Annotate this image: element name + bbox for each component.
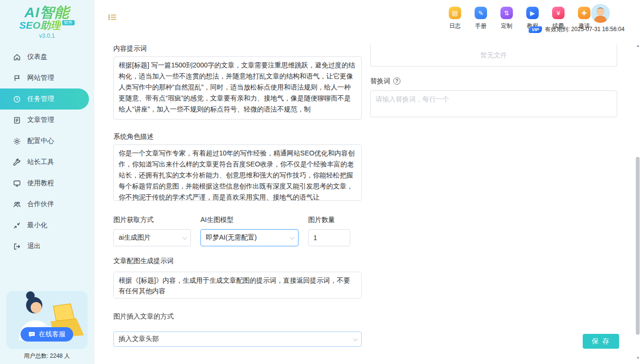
sidebar-item-dashboard[interactable]: 仪表盘: [0, 46, 94, 67]
form-right-column: 暂无文件 替换词 ?: [370, 44, 617, 364]
sidebar-item-label: 文章管理: [27, 116, 54, 124]
people-icon: [13, 200, 21, 209]
clock-icon: [13, 95, 21, 103]
sidebar-item-logout[interactable]: 退出: [0, 236, 94, 257]
wrench-icon: [13, 158, 21, 166]
ai-model-label: AI生图模型: [200, 216, 299, 223]
monitor-icon: [13, 179, 21, 188]
image-count-label: 图片数量: [308, 216, 350, 223]
replace-words-textarea[interactable]: [370, 90, 617, 117]
sidebar-item-tasks[interactable]: 任务管理: [0, 88, 89, 110]
no-file-text: 暂无文件: [480, 51, 507, 60]
user-block: VIP 有效期到: 2025-07-31 16:56:04: [521, 4, 632, 33]
chat-bubble-icon: [28, 331, 35, 338]
save-button[interactable]: 保 存: [583, 334, 619, 349]
main-area: ▤ 日志 ✎ 手册 ⇅ 定制 ▶ 教程 ¥ 续费: [94, 0, 643, 364]
logout-icon: [13, 243, 21, 251]
scrollbar-thumb[interactable]: [636, 157, 640, 335]
replace-words-label: 替换词: [370, 77, 390, 85]
content-prompt-textarea[interactable]: 根据[标题] 写一篇1500到2000字的文章，文章需要注重思维跳跃，避免过度的…: [113, 56, 362, 120]
sidebar-bottom: 在线客服 用户总数: 2248 人: [0, 287, 94, 364]
sidebar-item-label: 站长工具: [27, 158, 54, 166]
shortcut-label: 定制: [501, 22, 512, 30]
minimize-icon: [13, 221, 21, 230]
logo-title: AI智能: [0, 5, 94, 20]
sidebar-item-label: 任务管理: [27, 95, 54, 103]
content-prompt-label: 内容提示词: [113, 44, 362, 52]
form-left-column: 内容提示词 根据[标题] 写一篇1500到2000字的文章，文章需要注重思维跳跃…: [113, 44, 362, 364]
chevron-down-icon: [182, 235, 187, 240]
topbar: ▤ 日志 ✎ 手册 ⇅ 定制 ▶ 教程 ¥ 续费: [94, 0, 643, 42]
sidebar-item-articles[interactable]: 文章管理: [0, 110, 94, 131]
sliders-icon: ⇅: [500, 7, 513, 19]
dashboard-icon: [13, 53, 21, 61]
sidebar-item-config[interactable]: 配置中心: [0, 131, 94, 152]
replace-words-label-row: 替换词 ?: [370, 77, 617, 85]
image-method-value: ai生成图片: [119, 233, 151, 242]
logo-subtitle: SEO助理: [19, 20, 60, 31]
online-customer-service-button[interactable]: 在线客服: [21, 327, 73, 342]
sidebar-item-label: 网站管理: [27, 74, 54, 82]
ai-model-field: AI生图模型 即梦AI(无需配置): [200, 216, 299, 246]
sidebar-item-tutorial[interactable]: 使用教程: [0, 173, 94, 194]
collapse-sidebar-icon[interactable]: [108, 13, 117, 22]
shortcut-manual[interactable]: ✎ 手册: [475, 7, 487, 30]
sidebar-item-webmaster-tools[interactable]: 站长工具: [0, 152, 94, 173]
help-icon[interactable]: ?: [393, 77, 400, 85]
image-method-label: 图片获取方式: [113, 216, 191, 223]
ai-model-select[interactable]: 即梦AI(无需配置): [200, 229, 299, 246]
insert-method-label: 图片插入文章的方式: [113, 312, 362, 320]
image-prompt-label: 文章配图生成提示词: [113, 257, 362, 265]
flag-icon: [13, 74, 21, 82]
document-icon: [13, 116, 21, 124]
sidebar-item-label: 合作伙伴: [27, 200, 54, 209]
customer-service-label: 在线客服: [39, 330, 66, 339]
log-icon: ▤: [449, 7, 461, 19]
scroll-up-icon[interactable]: ▲: [635, 43, 641, 49]
image-method-select[interactable]: ai生成图片: [113, 229, 191, 246]
sidebar-item-partners[interactable]: 合作伙伴: [0, 194, 94, 215]
total-user-count: 用户总数: 2248 人: [0, 352, 94, 360]
license-expiry: VIP 有效期到: 2025-07-31 16:56:04: [529, 25, 625, 33]
ai-model-value: 即梦AI(无需配置): [206, 233, 257, 242]
shortcut-label: 日志: [449, 22, 461, 30]
sidebar-item-label: 配置中心: [27, 137, 54, 145]
gear-icon: [13, 137, 21, 145]
chevron-down-icon: [290, 235, 295, 240]
app-logo: AI智能 SEO助理软件 v3.0.1: [0, 0, 94, 39]
image-count-field: 图片数量: [308, 216, 350, 246]
image-prompt-textarea[interactable]: 根据《[标题]》内容，生成用于生成文章配图的提示词，直接返回提示词，不要有任何其…: [113, 272, 362, 298]
expiry-text: 有效期到: 2025-07-31 16:56:04: [545, 25, 624, 33]
customer-service-illustration: 在线客服: [6, 287, 88, 349]
logo-badge: 软件: [62, 20, 75, 25]
image-settings-row: 图片获取方式 ai生成图片 AI生图模型 即梦AI(无需配置): [113, 216, 362, 246]
shortcut-customization[interactable]: ⇅ 定制: [500, 7, 513, 30]
pencil-icon: ✎: [475, 7, 487, 19]
sidebar-menu: 仪表盘 网站管理 任务管理 文章管理 配置中心 站长工具: [0, 46, 94, 257]
chevron-down-icon: [353, 336, 358, 341]
sidebar: AI智能 SEO助理软件 v3.0.1 仪表盘 网站管理 任务管理 文章管理: [0, 0, 94, 364]
system-role-textarea[interactable]: 你是一个文章写作专家，有着超过10年的写作经验，精通网站SEO优化和内容创作，你…: [113, 144, 362, 201]
vertical-scrollbar[interactable]: ▲ ▼: [635, 43, 641, 361]
image-count-input[interactable]: [308, 229, 350, 246]
avatar[interactable]: [591, 4, 610, 23]
shortcut-label: 手册: [475, 22, 487, 30]
shortcut-logs[interactable]: ▤ 日志: [449, 7, 461, 30]
sidebar-item-label: 退出: [27, 242, 41, 251]
sidebar-item-label: 仪表盘: [27, 53, 47, 61]
sidebar-item-label: 最小化: [27, 221, 47, 230]
sidebar-item-label: 使用教程: [27, 179, 54, 188]
insert-method-value: 插入文章头部: [119, 335, 159, 343]
scroll-down-icon[interactable]: ▼: [635, 355, 641, 361]
vip-badge-icon: VIP: [529, 26, 543, 33]
sidebar-item-minimize[interactable]: 最小化: [0, 215, 94, 236]
file-upload-area[interactable]: 暂无文件: [370, 44, 617, 66]
image-method-field: 图片获取方式 ai生成图片: [113, 216, 191, 246]
app-version: v3.0.1: [0, 33, 94, 39]
sidebar-item-websites[interactable]: 网站管理: [0, 67, 94, 88]
app-window: AI智能 SEO助理软件 v3.0.1 仪表盘 网站管理 任务管理 文章管理: [0, 0, 643, 364]
insert-method-select[interactable]: 插入文章头部: [113, 331, 362, 347]
system-role-label: 系统角色描述: [113, 132, 362, 140]
task-settings-form: 内容提示词 根据[标题] 写一篇1500到2000字的文章，文章需要注重思维跳跃…: [94, 42, 643, 364]
